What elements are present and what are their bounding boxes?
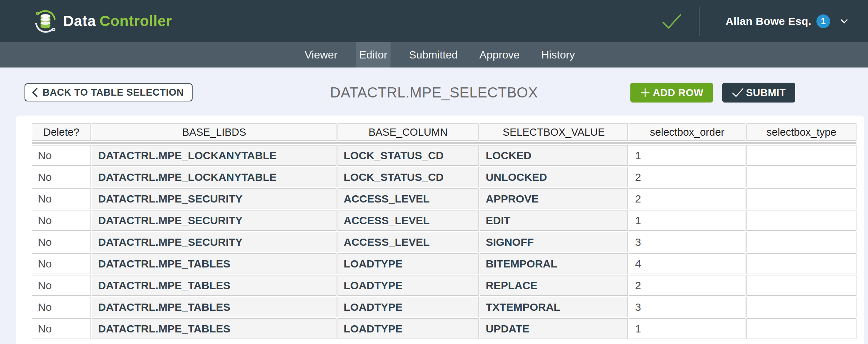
column-header-delete[interactable]: Delete? (32, 123, 91, 141)
header-right: Allan Bowe Esq. 1 (661, 6, 848, 36)
cell-base-column[interactable]: LOADTYPE (338, 253, 479, 274)
cell-delete[interactable]: No (32, 232, 91, 252)
cell-selectbox-type[interactable] (746, 167, 856, 187)
cell-base-column[interactable]: LOCK_STATUS_CD (338, 145, 479, 166)
action-buttons: ADD ROW SUBMIT (630, 83, 795, 103)
header-divider (699, 6, 700, 36)
cell-selectbox-type[interactable] (746, 275, 856, 296)
tab-editor[interactable]: Editor (356, 42, 391, 68)
checkmark-icon (732, 88, 744, 98)
cell-selectbox-value[interactable]: UNLOCKED (480, 167, 628, 187)
column-header-base-libds[interactable]: BASE_LIBDS (92, 123, 336, 141)
add-row-label: ADD ROW (653, 87, 703, 99)
app-header: DataController Allan Bowe Esq. 1 (0, 0, 868, 42)
cell-base-column[interactable]: LOADTYPE (338, 275, 479, 296)
cell-selectbox-order[interactable]: 1 (629, 210, 745, 231)
cell-selectbox-value[interactable]: LOCKED (480, 145, 628, 166)
database-logo-icon (34, 9, 57, 33)
brand-primary: Data (63, 13, 96, 29)
user-badge: 1 (816, 14, 830, 28)
chevron-down-icon (840, 19, 848, 24)
tab-history[interactable]: History (538, 42, 578, 68)
plus-icon (640, 87, 651, 98)
table-row: NoDATACTRL.MPE_LOCKANYTABLELOCK_STATUS_C… (32, 167, 856, 187)
column-header-selectbox-value[interactable]: SELECTBOX_VALUE (480, 123, 628, 141)
cell-selectbox-type[interactable] (746, 210, 856, 231)
cell-delete[interactable]: No (32, 210, 91, 231)
cell-delete[interactable]: No (32, 275, 91, 296)
column-header-base-column[interactable]: BASE_COLUMN (338, 123, 479, 141)
cell-selectbox-order[interactable]: 1 (629, 145, 745, 166)
cell-selectbox-type[interactable] (746, 188, 856, 209)
cell-delete[interactable]: No (32, 188, 91, 209)
table-row: NoDATACTRL.MPE_SECURITYACCESS_LEVELEDIT1 (32, 210, 856, 231)
cell-selectbox-order[interactable]: 2 (629, 275, 745, 296)
user-menu[interactable]: Allan Bowe Esq. 1 (726, 14, 848, 28)
cell-delete[interactable]: No (32, 318, 91, 339)
cell-base-column[interactable]: ACCESS_LEVEL (338, 210, 479, 231)
nav-bar: Viewer Editor Submitted Approve History (0, 42, 868, 68)
cell-selectbox-order[interactable]: 3 (629, 297, 745, 317)
cell-base-column[interactable]: ACCESS_LEVEL (338, 188, 479, 209)
add-row-button[interactable]: ADD ROW (630, 83, 713, 103)
cell-base-column[interactable]: LOADTYPE (338, 297, 479, 317)
cell-selectbox-type[interactable] (746, 253, 856, 274)
cell-selectbox-type[interactable] (746, 232, 856, 252)
column-header-selectbox-type[interactable]: selectbox_type (746, 123, 856, 141)
cell-delete[interactable]: No (32, 167, 91, 187)
grid-header-row: Delete? BASE_LIBDS BASE_COLUMN SELECTBOX… (32, 123, 856, 141)
cell-selectbox-value[interactable]: REPLACE (480, 275, 628, 296)
cell-base-libds[interactable]: DATACTRL.MPE_TABLES (92, 253, 336, 274)
cell-base-libds[interactable]: DATACTRL.MPE_SECURITY (92, 210, 336, 231)
cell-selectbox-value[interactable]: TXTEMPORAL (480, 297, 628, 317)
cell-selectbox-value[interactable]: APPROVE (480, 188, 628, 209)
cell-base-libds[interactable]: DATACTRL.MPE_TABLES (92, 297, 336, 317)
content-panel: Delete? BASE_LIBDS BASE_COLUMN SELECTBOX… (16, 116, 864, 344)
brand-secondary: Controller (100, 13, 172, 29)
status-checkmark-icon[interactable] (661, 13, 682, 30)
table-row: NoDATACTRL.MPE_TABLESLOADTYPEBITEMPORAL4 (32, 253, 856, 274)
cell-base-libds[interactable]: DATACTRL.MPE_LOCKANYTABLE (92, 167, 336, 187)
cell-selectbox-value[interactable]: EDIT (480, 210, 628, 231)
cell-base-libds[interactable]: DATACTRL.MPE_SECURITY (92, 188, 336, 209)
cell-selectbox-order[interactable]: 2 (629, 167, 745, 187)
cell-selectbox-order[interactable]: 2 (629, 188, 745, 209)
cell-base-libds[interactable]: DATACTRL.MPE_TABLES (92, 318, 336, 339)
table-row: NoDATACTRL.MPE_TABLESLOADTYPEREPLACE2 (32, 275, 856, 296)
column-header-selectbox-order[interactable]: selectbox_order (629, 123, 745, 141)
cell-base-libds[interactable]: DATACTRL.MPE_SECURITY (92, 232, 336, 252)
cell-selectbox-order[interactable]: 3 (629, 232, 745, 252)
table-row: NoDATACTRL.MPE_LOCKANYTABLELOCK_STATUS_C… (32, 145, 856, 166)
cell-base-libds[interactable]: DATACTRL.MPE_TABLES (92, 275, 336, 296)
user-name: Allan Bowe Esq. (726, 15, 811, 27)
data-grid: Delete? BASE_LIBDS BASE_COLUMN SELECTBOX… (31, 122, 858, 340)
submit-label: SUBMIT (746, 87, 786, 99)
cell-base-column[interactable]: LOADTYPE (338, 318, 479, 339)
brand: DataController (34, 9, 172, 33)
cell-delete[interactable]: No (32, 145, 91, 166)
cell-base-column[interactable]: LOCK_STATUS_CD (338, 167, 479, 187)
tab-viewer[interactable]: Viewer (301, 42, 341, 68)
table-row: NoDATACTRL.MPE_SECURITYACCESS_LEVELSIGNO… (32, 232, 856, 252)
cell-delete[interactable]: No (32, 297, 91, 317)
cell-selectbox-type[interactable] (746, 145, 856, 166)
table-row: NoDATACTRL.MPE_TABLESLOADTYPEUPDATE1 (32, 318, 856, 339)
cell-selectbox-order[interactable]: 4 (629, 253, 745, 274)
cell-base-libds[interactable]: DATACTRL.MPE_LOCKANYTABLE (92, 145, 336, 166)
table-body: NoDATACTRL.MPE_LOCKANYTABLELOCK_STATUS_C… (32, 145, 856, 339)
cell-selectbox-value[interactable]: SIGNOFF (480, 232, 628, 252)
table-row: NoDATACTRL.MPE_TABLESLOADTYPETXTEMPORAL3 (32, 297, 856, 317)
header-separator (32, 142, 856, 144)
cell-selectbox-type[interactable] (746, 318, 856, 339)
cell-selectbox-order[interactable]: 1 (629, 318, 745, 339)
cell-selectbox-value[interactable]: BITEMPORAL (480, 253, 628, 274)
tab-submitted[interactable]: Submitted (406, 42, 461, 68)
nav-tabs: Viewer Editor Submitted Approve History (294, 42, 586, 68)
cell-selectbox-type[interactable] (746, 297, 856, 317)
cell-base-column[interactable]: ACCESS_LEVEL (338, 232, 479, 252)
cell-delete[interactable]: No (32, 253, 91, 274)
submit-button[interactable]: SUBMIT (722, 83, 795, 103)
tab-approve[interactable]: Approve (476, 42, 523, 68)
cell-selectbox-value[interactable]: UPDATE (480, 318, 628, 339)
table-row: NoDATACTRL.MPE_SECURITYACCESS_LEVELAPPRO… (32, 188, 856, 209)
